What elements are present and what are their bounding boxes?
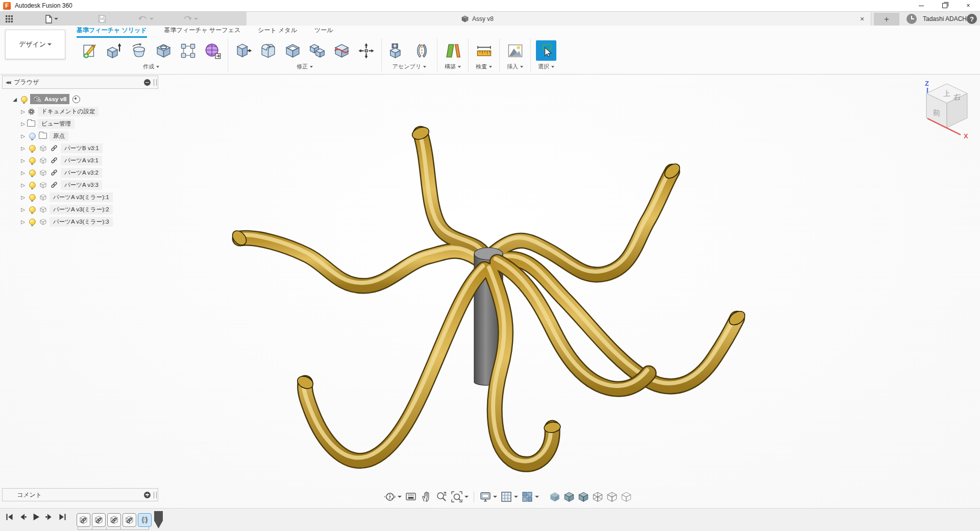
activate-component-radio[interactable] <box>72 95 80 103</box>
tree-row-component[interactable]: ▷ パーツA v3:2 <box>2 166 158 179</box>
restore-button[interactable] <box>933 0 957 11</box>
visibility-bulb-icon[interactable] <box>21 96 28 103</box>
select-button[interactable] <box>536 40 556 61</box>
new-tab-button[interactable]: + <box>874 13 899 26</box>
minimize-button[interactable] <box>910 0 933 11</box>
comments-expand-icon[interactable] <box>144 492 151 498</box>
undo-button[interactable] <box>138 13 154 25</box>
grid-snaps-button[interactable] <box>500 491 518 503</box>
timeline-mirror-feature[interactable] <box>138 513 152 527</box>
browser-collapse-icon[interactable]: ◀◀ <box>6 80 10 85</box>
extrude-button[interactable] <box>102 39 127 62</box>
fit-button[interactable] <box>451 491 469 503</box>
create-sketch-button[interactable] <box>78 39 102 62</box>
play-button[interactable] <box>32 513 40 523</box>
browser-header[interactable]: ◀◀ ブラウザ <box>2 76 158 89</box>
pan-button[interactable] <box>420 491 432 503</box>
group-label-construct[interactable]: 構築 <box>445 63 461 70</box>
go-to-end-button[interactable] <box>58 513 67 523</box>
visibility-bulb-icon[interactable] <box>29 145 36 152</box>
tree-row-root[interactable]: ◢ Assy v8 <box>2 93 158 105</box>
browser-minimize-icon[interactable] <box>144 79 151 86</box>
move-copy-button[interactable] <box>354 39 378 62</box>
visual-style-wireframe-hidden-button[interactable] <box>606 491 618 502</box>
revolve-button[interactable] <box>127 39 151 62</box>
document-tab[interactable]: Assy v8 × <box>247 12 871 26</box>
timeline-linked-component-feature[interactable] <box>77 513 90 527</box>
workspace-selector[interactable]: デザイン <box>5 30 65 59</box>
go-to-start-button[interactable] <box>5 513 14 523</box>
visibility-bulb-icon[interactable] <box>29 206 36 213</box>
tab-sheet-metal[interactable]: シート メタル <box>258 26 297 38</box>
timeline-linked-component-feature[interactable] <box>107 513 121 527</box>
visibility-bulb-icon[interactable] <box>29 219 36 225</box>
document-tab-close-button[interactable]: × <box>857 15 867 23</box>
tab-tools[interactable]: ツール <box>314 26 333 38</box>
close-button[interactable]: × <box>957 0 980 11</box>
comments-header[interactable]: コメント <box>2 488 158 501</box>
visual-style-wireframe-button[interactable] <box>592 491 603 502</box>
measure-button[interactable] <box>472 39 496 62</box>
timeline-linked-component-feature[interactable] <box>92 513 106 527</box>
split-body-button[interactable] <box>329 39 354 62</box>
tab-solid[interactable]: 基準フィーチャ ソリッド <box>77 26 147 38</box>
press-pull-button[interactable] <box>231 39 256 62</box>
tree-row-origin[interactable]: ▷ 原点 <box>2 130 158 142</box>
tree-row-document-settings[interactable]: ▷ ドキュメントの設定 <box>2 105 158 117</box>
visual-style-shaded-hidden-edges-button[interactable] <box>578 491 589 502</box>
step-back-button[interactable] <box>18 513 27 523</box>
group-label-assembly[interactable]: アセンブリ <box>393 63 426 70</box>
file-menu-button[interactable] <box>45 13 58 25</box>
group-label-inspect[interactable]: 検査 <box>476 63 492 70</box>
fillet-button[interactable] <box>256 39 280 62</box>
orbit-button[interactable] <box>384 491 402 503</box>
browser-drag-grip[interactable] <box>154 79 157 86</box>
new-component-button[interactable] <box>385 39 409 62</box>
tree-row-component[interactable]: ▷ パーツA v3:3 <box>2 179 158 191</box>
save-button[interactable] <box>98 13 106 25</box>
group-label-create[interactable]: 作成 <box>143 63 159 70</box>
tree-row-component[interactable]: ▷ パーツB v3:1 <box>2 142 158 154</box>
disclosure-collapsed-icon[interactable]: ▷ <box>19 121 27 127</box>
disclosure-expanded-icon[interactable]: ◢ <box>11 96 18 102</box>
visibility-bulb-icon[interactable] <box>29 170 36 176</box>
visibility-bulb-icon[interactable] <box>29 182 36 188</box>
timeline-linked-component-feature[interactable] <box>122 513 136 527</box>
job-status-clock-icon[interactable] <box>906 14 917 24</box>
disclosure-collapsed-icon[interactable]: ▷ <box>19 219 27 225</box>
visibility-bulb-off-icon[interactable] <box>29 133 36 139</box>
group-label-select[interactable]: 選択 <box>538 63 554 70</box>
user-name[interactable]: Tadashi ADACHI <box>923 15 968 22</box>
help-button[interactable]: ? <box>967 14 977 24</box>
hole-button[interactable] <box>151 39 176 62</box>
combine-button[interactable] <box>305 39 329 62</box>
group-label-modify[interactable]: 修正 <box>297 63 313 70</box>
display-settings-button[interactable] <box>479 491 497 503</box>
visual-style-shaded-button[interactable] <box>549 491 560 502</box>
disclosure-collapsed-icon[interactable]: ▷ <box>19 207 27 212</box>
tree-row-component[interactable]: ▷ パーツA v3(ミラー):1 <box>2 191 158 203</box>
view-cube[interactable]: Z 上 前 右 X <box>914 77 980 143</box>
group-label-insert[interactable]: 挿入 <box>507 63 523 70</box>
create-form-button[interactable] <box>200 39 225 62</box>
disclosure-collapsed-icon[interactable]: ▷ <box>19 170 27 176</box>
joint-button[interactable] <box>409 39 434 62</box>
tree-row-component[interactable]: ▷ パーツA v3(ミラー):2 <box>2 203 158 215</box>
shell-button[interactable] <box>280 39 305 62</box>
timeline-position-marker[interactable] <box>154 511 163 528</box>
disclosure-collapsed-icon[interactable]: ▷ <box>19 133 27 139</box>
tab-surface[interactable]: 基準フィーチャ サーフェス <box>164 26 241 38</box>
disclosure-collapsed-icon[interactable]: ▷ <box>19 109 27 114</box>
tree-row-view-management[interactable]: ▷ ビュー管理 <box>2 117 158 130</box>
insert-image-button[interactable] <box>503 39 527 62</box>
viewports-button[interactable] <box>521 491 539 503</box>
pattern-button[interactable] <box>176 39 200 62</box>
visibility-bulb-icon[interactable] <box>29 194 36 201</box>
disclosure-collapsed-icon[interactable]: ▷ <box>19 146 27 151</box>
comments-drag-grip[interactable] <box>154 492 157 498</box>
disclosure-collapsed-icon[interactable]: ▷ <box>19 182 27 188</box>
redo-button[interactable] <box>182 13 198 25</box>
construct-plane-button[interactable] <box>440 39 465 62</box>
visibility-bulb-icon[interactable] <box>29 157 36 164</box>
zoom-button[interactable] <box>435 491 448 503</box>
